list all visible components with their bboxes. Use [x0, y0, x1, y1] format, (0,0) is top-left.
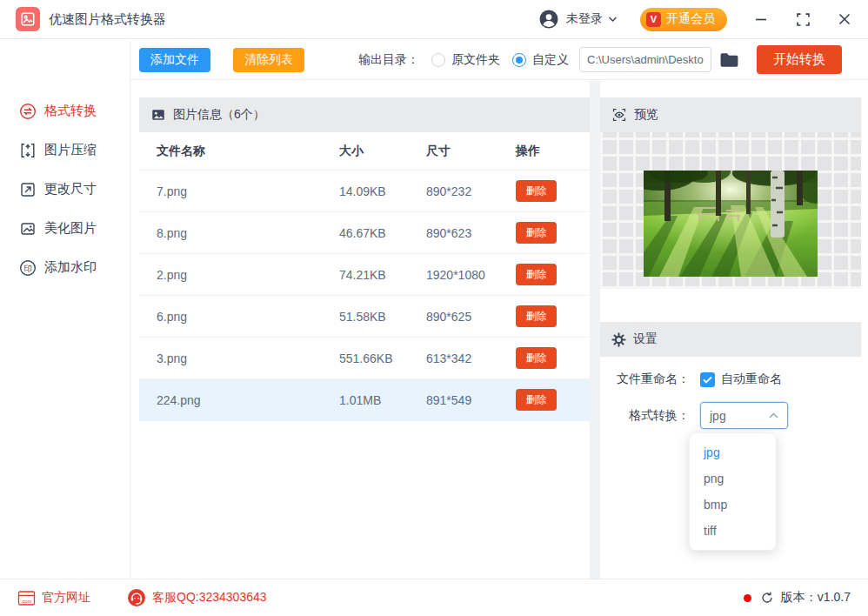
radio-custom-folder[interactable] [512, 53, 526, 67]
version-area: 版本：v1.0.7 [744, 590, 851, 606]
table-row[interactable]: 8.png 46.67KB 890*623 删除 [139, 212, 590, 254]
watermark-icon: 印 [19, 259, 37, 277]
start-convert-button[interactable]: 开始转换 [757, 45, 842, 74]
file-dims: 1920*1080 [426, 268, 516, 282]
sidebar-item-format-convert[interactable]: 格式转换 [0, 91, 130, 131]
sidebar-item-resize[interactable]: 更改尺寸 [0, 170, 130, 209]
sidebar-item-label: 更改尺寸 [44, 181, 97, 198]
svg-text:印: 印 [23, 263, 32, 272]
sidebar-item-label: 美化图片 [44, 220, 97, 237]
preview-eye-icon [611, 107, 627, 123]
table-row[interactable]: 3.png 551.66KB 613*342 删除 [139, 338, 590, 379]
file-size: 1.01MB [339, 393, 426, 407]
format-option[interactable]: png [690, 465, 776, 492]
format-dropdown: jpg png bmp tiff [689, 432, 777, 551]
table-row[interactable]: 224.png 1.01MB 891*549 删除 [139, 379, 590, 421]
image-info-icon [150, 107, 166, 123]
version-label: 版本：v1.0.7 [781, 590, 851, 606]
refresh-icon[interactable] [760, 591, 774, 605]
chevron-up-icon [769, 412, 778, 418]
delete-button[interactable]: 删除 [516, 264, 557, 285]
delete-button[interactable]: 删除 [516, 180, 557, 202]
login-status[interactable]: 未登录 [566, 11, 603, 27]
auto-rename-checkbox[interactable] [700, 372, 715, 387]
table-row[interactable]: 6.png 51.58KB 890*625 删除 [139, 296, 590, 338]
file-panel-header: 图片信息（6个） [139, 97, 590, 132]
open-vip-button[interactable]: V 开通会员 [640, 8, 727, 31]
delete-button[interactable]: 删除 [516, 305, 557, 327]
svg-text:.com: .com [21, 598, 31, 603]
beautify-icon [19, 220, 37, 238]
support-qq-link[interactable]: 客服QQ:3234303643 [127, 588, 267, 607]
footer: .com 官方网址 客服QQ:3234303643 [0, 579, 868, 616]
format-option[interactable]: jpg [690, 439, 776, 465]
vip-badge-icon: V [646, 12, 661, 27]
app-window: 优速图片格式转换器 未登录 V 开通会员 [0, 0, 868, 616]
chevron-down-icon[interactable] [608, 16, 618, 23]
radio-source-folder-label[interactable]: 原文件夹 [451, 52, 500, 68]
minimize-button[interactable] [753, 11, 769, 27]
file-dims: 891*549 [426, 393, 516, 407]
output-path-input[interactable]: C:\Users\admin\Deskto [579, 47, 711, 72]
convert-icon [19, 103, 37, 120]
official-website-link[interactable]: .com 官方网址 [17, 590, 90, 606]
sidebar-item-watermark[interactable]: 印 添加水印 [0, 248, 130, 287]
delete-button[interactable]: 删除 [516, 389, 557, 411]
table-row[interactable]: 2.png 74.21KB 1920*1080 删除 [139, 254, 590, 296]
auto-rename-checkbox-label[interactable]: 自动重命名 [721, 372, 782, 387]
website-com-icon: .com [17, 590, 36, 606]
app-title: 优速图片格式转换器 [49, 11, 166, 28]
titlebar-right: 未登录 V 开通会员 [538, 8, 852, 31]
format-option[interactable]: tiff [690, 518, 776, 544]
output-dir-label: 输出目录： [358, 52, 419, 68]
format-label: 格式转换： [611, 408, 690, 424]
table-header: 文件名称 大小 尺寸 操作 [139, 132, 590, 171]
resize-icon [19, 181, 37, 198]
table-row[interactable]: 7.png 14.09KB 890*232 删除 [139, 171, 590, 212]
panel-divider [590, 81, 600, 579]
browse-folder-icon[interactable] [719, 51, 739, 69]
sidebar-item-beautify[interactable]: 美化图片 [0, 209, 130, 248]
format-select[interactable]: jpg [700, 402, 788, 429]
output-dir-group: 输出目录： 原文件夹 自定义 C:\Users\admin\Deskto 开始转… [358, 45, 842, 74]
col-size: 大小 [339, 144, 426, 159]
avatar-icon [538, 9, 559, 30]
file-table-body: 7.png 14.09KB 890*232 删除 8.png 46.67KB 8… [139, 171, 590, 421]
radio-source-folder[interactable] [431, 53, 445, 67]
file-dims: 890*623 [426, 226, 516, 240]
file-size: 51.58KB [339, 310, 426, 324]
clear-list-button[interactable]: 清除列表 [233, 48, 304, 72]
maximize-button[interactable] [795, 11, 811, 27]
sidebar-item-label: 添加水印 [44, 259, 97, 276]
official-website-label: 官方网址 [42, 590, 90, 606]
file-size: 46.67KB [339, 226, 426, 240]
format-setting-row: 格式转换： jpg [611, 402, 861, 429]
preview-header: 预览 [600, 97, 861, 132]
radio-custom-folder-label[interactable]: 自定义 [532, 52, 569, 68]
sidebar-item-label: 图片压缩 [44, 142, 97, 158]
file-size: 14.09KB [339, 184, 426, 198]
file-dims: 890*625 [426, 310, 516, 324]
delete-button[interactable]: 删除 [516, 222, 557, 244]
sidebar-item-image-compress[interactable]: 图片压缩 [0, 131, 130, 170]
file-name: 2.png [139, 268, 339, 282]
support-qq-label: 客服QQ:3234303643 [152, 590, 267, 606]
file-name: 6.png [139, 310, 339, 324]
file-panel: 图片信息（6个） 文件名称 大小 尺寸 操作 7.png 14.09KB 890… [139, 97, 590, 421]
file-name: 8.png [139, 226, 339, 240]
close-button[interactable] [837, 11, 852, 27]
file-name: 224.png [139, 393, 339, 407]
right-panel: 预览 [600, 97, 861, 429]
status-dot [744, 594, 751, 602]
col-action: 操作 [516, 144, 590, 159]
sidebar: 格式转换 图片压缩 更改尺寸 美化图片 [0, 40, 130, 579]
format-option[interactable]: bmp [690, 492, 776, 518]
file-dims: 890*232 [426, 184, 516, 198]
title-bar: 优速图片格式转换器 未登录 V 开通会员 [0, 0, 868, 39]
settings-title: 设置 [633, 331, 658, 347]
compress-icon [19, 142, 37, 159]
delete-button[interactable]: 删除 [516, 347, 557, 369]
add-files-button[interactable]: 添加文件 [139, 48, 210, 72]
file-name: 7.png [139, 184, 339, 198]
col-dims: 尺寸 [426, 144, 516, 159]
